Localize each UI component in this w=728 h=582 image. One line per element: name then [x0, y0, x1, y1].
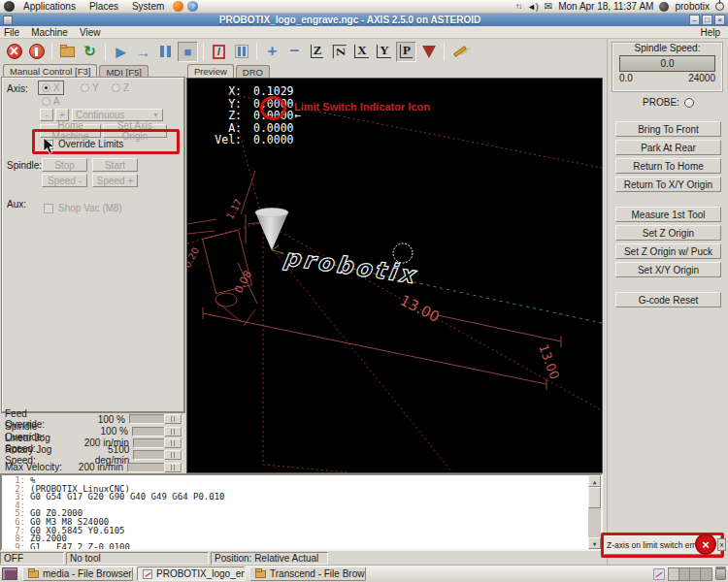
minimize-button[interactable]: –	[689, 15, 700, 25]
stop-button[interactable]: ■	[178, 42, 198, 62]
preview-canvas[interactable]: X:0.1029 Y:0.0000 Z:0.0000← A:0.0000 Vel…	[186, 78, 603, 473]
rotate-view-button[interactable]	[418, 42, 439, 62]
view-rotated-top-button[interactable]: Z	[329, 42, 349, 62]
maximize-button[interactable]: □	[702, 15, 712, 25]
taskbar-item-transcend[interactable]: Transcend - File Browser	[249, 566, 366, 581]
max-velocity-slider[interactable]	[127, 463, 182, 472]
spindle-speed-plus-button[interactable]: Speed +	[92, 174, 138, 187]
taskbar-item-axis[interactable]: PROBOTIX_logo_engra...	[137, 566, 246, 581]
tab-mdi[interactable]: MDI [F5]	[99, 65, 148, 79]
distro-logo-icon[interactable]	[4, 1, 15, 12]
return-to-xy-origin-button[interactable]: Return To X/Y Origin	[615, 177, 721, 192]
side-view-icon: X	[354, 45, 368, 58]
spindle-stop-button[interactable]: Stop	[42, 158, 87, 172]
measure-1st-tool-button[interactable]: Measure 1st Tool	[615, 207, 721, 222]
pause-button[interactable]	[155, 42, 176, 62]
view-front-button[interactable]: Y	[374, 42, 394, 62]
gcode-line: 7:G0 X0.5845 Y0.6105	[2, 527, 601, 535]
set-xy-origin-button[interactable]: Set X/Y Origin	[615, 262, 721, 277]
park-at-rear-button[interactable]: Park At Rear	[615, 140, 721, 155]
taskbar-item-media[interactable]: media - File Browser	[22, 566, 133, 581]
gcode-reset-button[interactable]: G-code Reset	[615, 292, 721, 307]
spindle-speed-minus-button[interactable]: Speed -	[42, 174, 87, 187]
view-perspective-button[interactable]: P	[396, 42, 416, 62]
zoom-out-button[interactable]: −	[284, 42, 305, 62]
gcode-listing[interactable]: 1:% 2:(PROBOTIX LinuxCNC) 3:G0 G54 G17 G…	[0, 473, 603, 551]
window-titlebar[interactable]: PROBOTIX_logo_engrave.ngc - AXIS 2.5.0 o…	[0, 14, 728, 26]
firefox-icon[interactable]	[173, 1, 183, 12]
tab-manual-control[interactable]: Manual Control [F3]	[3, 64, 97, 79]
cursor-pointer	[43, 137, 56, 156]
toggle-skip-lines-button[interactable]: /	[209, 42, 229, 62]
open-file-button[interactable]	[57, 42, 78, 62]
step-button[interactable]: →	[133, 42, 153, 62]
zoom-in-button[interactable]: +	[262, 42, 282, 62]
power-icon[interactable]	[715, 2, 724, 11]
workspace-switcher[interactable]	[668, 567, 712, 581]
view-top-button[interactable]: Z	[307, 42, 327, 62]
scroll-down-icon[interactable]: ▼	[588, 537, 601, 549]
broom-icon	[453, 46, 467, 56]
toggle-optional-pause-button[interactable]	[231, 42, 251, 62]
set-z-origin-button[interactable]: Set Z Origin	[615, 225, 721, 241]
speaker-icon[interactable]: ◄)	[527, 2, 539, 12]
show-desktop-icon[interactable]	[2, 567, 17, 580]
window-icon	[3, 16, 13, 25]
radio-icon	[42, 83, 50, 92]
slider-handle[interactable]	[164, 414, 182, 424]
network-arrows-icon[interactable]: ↑↓	[515, 2, 521, 11]
step-icon: →	[136, 44, 150, 60]
axis-radio-a[interactable]: A	[42, 96, 60, 107]
axis-radio-y[interactable]: Y	[81, 82, 99, 93]
slider-handle[interactable]	[164, 438, 182, 448]
menu-view[interactable]: View	[80, 27, 101, 38]
tab-preview[interactable]: Preview	[187, 64, 234, 79]
menu-file[interactable]: File	[4, 27, 19, 38]
user-name[interactable]: probotix	[675, 1, 710, 12]
menu-machine[interactable]: Machine	[31, 27, 68, 38]
error-x-icon: ×	[695, 534, 716, 555]
gcode-scrollbar[interactable]: ▲ ▼	[588, 475, 601, 549]
clear-plot-button[interactable]	[449, 42, 470, 62]
notification-close-button[interactable]: x	[717, 538, 726, 551]
close-button[interactable]: ×	[714, 15, 725, 25]
mail-icon[interactable]: ✉	[545, 1, 552, 12]
reload-file-button[interactable]: ↻	[80, 42, 100, 62]
slider-handle[interactable]	[164, 463, 182, 472]
tab-dro[interactable]: DRO	[236, 65, 270, 79]
return-to-home-button[interactable]: Return To Home	[615, 158, 721, 174]
shop-vac-checkbox[interactable]: Shop Vac (M8)	[44, 203, 122, 213]
folder-icon	[60, 47, 75, 57]
spindle-start-button[interactable]: Start	[92, 158, 138, 172]
axis-radio-x[interactable]: X	[38, 81, 64, 95]
clock[interactable]: Mon Apr 18, 11:37 AM	[558, 1, 653, 12]
toolbar-separator	[256, 43, 257, 60]
rotary-jog-speed-slider[interactable]	[133, 450, 182, 460]
menu-help[interactable]: Help	[700, 27, 724, 38]
menu-system[interactable]: System	[127, 1, 169, 12]
feed-override-slider[interactable]	[129, 414, 182, 424]
left-tabs: Manual Control [F3] MDI [F5]	[3, 64, 149, 79]
user-avatar-icon[interactable]	[659, 2, 669, 12]
spindle-override-slider[interactable]	[132, 427, 182, 436]
bring-to-front-button[interactable]: Bring To Front	[615, 121, 721, 137]
estop-button[interactable]: ×	[4, 42, 24, 62]
machine-power-button[interactable]	[26, 42, 47, 62]
menu-places[interactable]: Places	[84, 1, 123, 12]
taskbar: media - File Browser PROBOTIX_logo_engra…	[0, 565, 728, 582]
tray-axis-icon[interactable]	[653, 568, 665, 580]
slider-handle[interactable]	[164, 450, 182, 460]
menu-applications[interactable]: Applications	[18, 1, 81, 12]
trash-icon[interactable]	[715, 568, 726, 580]
run-program-button[interactable]: ▶	[111, 42, 131, 62]
radio-icon	[81, 83, 89, 92]
linear-jog-speed-slider[interactable]	[133, 438, 182, 448]
scroll-up-icon[interactable]: ▲	[588, 475, 601, 487]
view-side-button[interactable]: X	[351, 42, 372, 62]
slider-handle[interactable]	[164, 427, 182, 436]
probe-led-icon	[684, 98, 694, 108]
help-icon[interactable]: ?	[187, 1, 198, 12]
axis-radio-z[interactable]: Z	[112, 82, 129, 93]
scrollbar-thumb[interactable]	[588, 487, 601, 508]
set-z-origin-w-puck-button[interactable]: Set Z Origin w/ Puck	[615, 243, 721, 259]
